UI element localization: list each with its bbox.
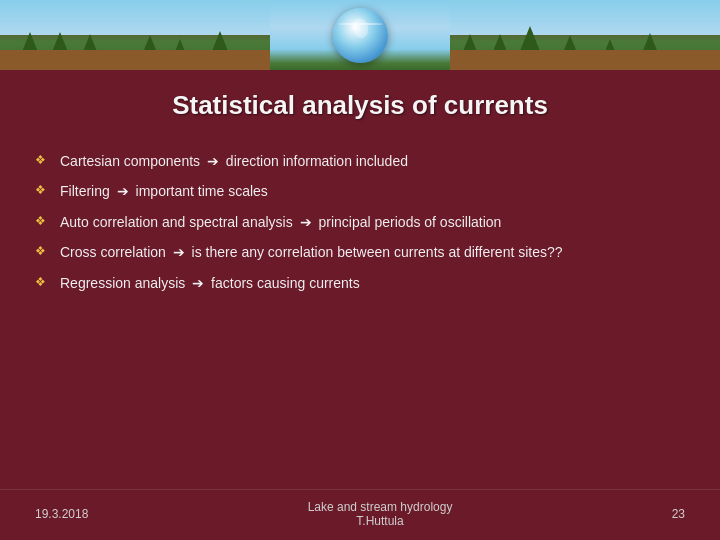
bullet-text-before: Cross correlation [60,244,166,260]
bullet-list: Cartesian components ➔ direction informa… [35,146,685,298]
slide: Statistical analysis of currents Cartesi… [0,0,720,540]
footer-line1: Lake and stream hydrology [308,500,453,514]
arrow-icon: ➔ [117,180,129,202]
footer-page: 23 [672,507,685,521]
bullet-text-before: Regression analysis [60,275,185,291]
arrow-icon: ➔ [173,241,185,263]
globe-icon [333,8,388,63]
footer-center: Lake and stream hydrology T.Huttula [308,500,453,528]
bullet-text-after: principal periods of oscillation [318,214,501,230]
list-item: Filtering ➔ important time scales [35,176,685,206]
content-area: Cartesian components ➔ direction informa… [0,136,720,489]
bullet-text-after: direction information included [226,153,408,169]
banner-left [0,0,270,70]
bullet-text-before: Cartesian components [60,153,200,169]
bullet-text-after: factors causing currents [211,275,360,291]
arrow-icon: ➔ [300,211,312,233]
arrow-icon: ➔ [192,272,204,294]
list-item: Cartesian components ➔ direction informa… [35,146,685,176]
list-item: Regression analysis ➔ factors causing cu… [35,268,685,298]
footer: 19.3.2018 Lake and stream hydrology T.Hu… [0,489,720,540]
list-item: Cross correlation ➔ is there any correla… [35,237,685,267]
bullet-text-after: important time scales [136,183,268,199]
list-item: Auto correlation and spectral analysis ➔… [35,207,685,237]
banner-center [270,0,450,70]
bullet-text-before: Filtering [60,183,110,199]
header-banner [0,0,720,70]
footer-date: 19.3.2018 [35,507,88,521]
arrow-icon: ➔ [207,150,219,172]
bullet-text-after: is there any correlation between current… [192,244,563,260]
bullet-text-before: Auto correlation and spectral analysis [60,214,293,230]
banner-right [450,0,720,70]
footer-line2: T.Huttula [308,514,453,528]
slide-title: Statistical analysis of currents [0,70,720,136]
